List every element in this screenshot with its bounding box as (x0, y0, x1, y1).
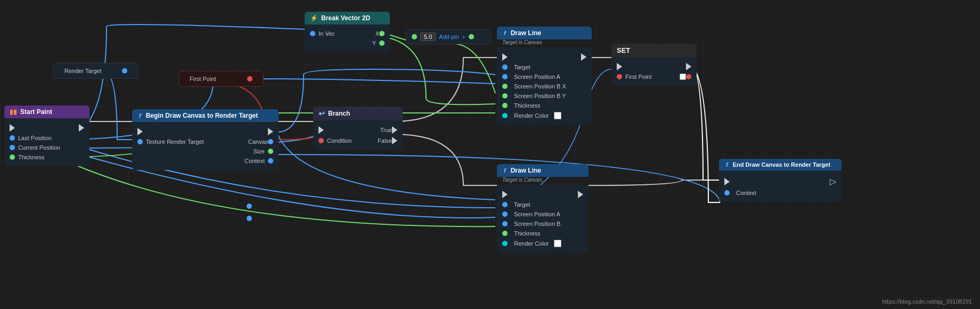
draw-line-bottom-node: f Draw Line Target is Canvas Target Scre… (497, 164, 589, 253)
end-draw-context-row: Context (719, 188, 842, 198)
func-icon-end: f (724, 161, 730, 168)
render-target-out-pin (122, 68, 127, 74)
dl-top-thick-pin (502, 103, 508, 108)
dl-bot-spb-pin (502, 221, 508, 226)
start-paint-header: ▮▮ Start Paint (4, 105, 89, 118)
draw-line-top-title: Draw Line (511, 29, 541, 37)
invec-label: In Vec (318, 30, 375, 37)
texture-pin (137, 139, 143, 144)
false-label: False (378, 137, 392, 144)
dl-bot-thick-row: Thickness (497, 229, 589, 238)
set-fp-in (617, 74, 622, 79)
branch-exec-row: True (313, 125, 403, 135)
start-paint-body: Last Position Current Position Thickness (4, 118, 89, 166)
break-vector-icon: ⚡ (310, 14, 318, 22)
true-label: True (380, 127, 392, 133)
break-vector-title: Break Vector 2D (321, 14, 370, 22)
url-label: https://blog.csdn.net/qq_39108291 (882, 298, 972, 305)
context-label: Context (244, 158, 265, 164)
thickness-label: Thickness (18, 154, 45, 160)
x-label: X (375, 30, 379, 37)
set-title: SET (617, 46, 630, 54)
set-exec-in (617, 63, 622, 70)
set-body: First Point (611, 57, 697, 86)
dl-top-spa-row: Screen Position A (497, 72, 592, 82)
render-target-node: Render Target (53, 63, 138, 79)
last-position-pin (10, 135, 15, 141)
first-point-label: First Point (190, 76, 216, 82)
end-draw-header: f End Draw Canvas to Render Target (719, 159, 842, 170)
start-paint-exec-row (4, 123, 89, 133)
start-paint-node: ▮▮ Start Paint Last Position Current Pos… (4, 105, 89, 166)
set-header: SET (611, 44, 697, 57)
begin-draw-exec-in (137, 128, 143, 135)
dl-bot-color-row: Render Color (497, 238, 589, 249)
dl-bot-spa-pin (502, 212, 508, 217)
event-icon: ▮▮ (10, 108, 17, 116)
current-position-label: Current Position (18, 144, 60, 151)
branch-exec-in (318, 126, 324, 134)
begin-draw-node: f Begin Draw Canvas to Render Target Tex… (132, 109, 279, 170)
draw-line-top-node: f Draw Line Target is Canvas Target Scre… (497, 27, 592, 125)
dl-bot-exec-in (502, 191, 508, 198)
draw-line-top-body: Target Screen Position A Screen Position… (497, 47, 592, 125)
thickness-pin (10, 154, 15, 160)
branch-icon: ↩ (318, 109, 325, 118)
dl-bot-target-row: Target (497, 200, 589, 209)
x-pin (379, 31, 385, 36)
first-point-out-pin (247, 76, 252, 82)
dl-top-target-pin (502, 64, 508, 70)
set-node: SET First Point (611, 44, 697, 86)
func-icon: f (137, 112, 143, 119)
dl-top-thick-label: Thickness (514, 102, 541, 109)
break-vector-node: ⚡ Break Vector 2D In Vec X Y (305, 12, 390, 52)
context-pin (268, 158, 273, 164)
set-fp-out (686, 74, 691, 79)
dl-top-exec-in (502, 53, 508, 61)
svg-point-0 (247, 204, 252, 209)
size-pin (268, 149, 273, 154)
dl-bot-thick-pin (502, 231, 508, 236)
draw-line-top-header: f Draw Line (497, 27, 592, 39)
set-exec-out (686, 63, 691, 70)
func-icon-top: f (502, 30, 508, 36)
begin-draw-size-row: Size (132, 147, 279, 156)
dl-top-spby-label: Screen Position B Y (514, 93, 566, 99)
y-label: Y (372, 40, 376, 46)
dl-bot-exec-out (578, 191, 583, 198)
add-pin-in (412, 34, 417, 39)
current-position-pin (10, 145, 15, 150)
draw-line-bottom-header: f Draw Line (497, 164, 589, 177)
dl-top-spby-row: Screen Position B Y (497, 91, 592, 101)
draw-line-bottom-subtitle: Target is Canvas (497, 177, 589, 185)
end-draw-exec-in (724, 178, 730, 185)
dl-bot-target-label: Target (514, 201, 530, 208)
branch-body: True Condition False (313, 120, 403, 150)
first-point-node: First Point (178, 71, 264, 87)
break-vector-invec-row: In Vec X (305, 29, 390, 38)
condition-label: Condition (327, 137, 378, 144)
texture-label: Texture Render Target (146, 139, 248, 145)
func-icon-bottom: f (502, 167, 508, 174)
dl-top-target-row: Target (497, 62, 592, 72)
break-vector-y-row: Y (305, 38, 390, 48)
begin-draw-context-row: Context (132, 156, 279, 166)
branch-condition-row: Condition False (313, 135, 403, 146)
dl-bot-spa-label: Screen Position A (514, 211, 560, 217)
end-draw-title: End Draw Canvas to Render Target (733, 161, 830, 168)
thickness-row: Thickness (4, 152, 89, 162)
svg-point-1 (247, 216, 252, 221)
condition-pin (318, 138, 324, 143)
branch-header: ↩ Branch (313, 107, 403, 120)
dl-bot-thick-label: Thickness (514, 230, 541, 237)
break-vector-header: ⚡ Break Vector 2D (305, 12, 390, 25)
dl-top-spbx-row: Screen Position B X (497, 82, 592, 91)
dl-top-spa-label: Screen Position A (514, 74, 560, 80)
dl-top-spa-pin (502, 74, 508, 79)
draw-line-bottom-body: Target Screen Position A Screen Position… (497, 185, 589, 253)
first-point-row: First Point (184, 74, 258, 84)
add-pin-label: Add pin (439, 34, 459, 40)
begin-draw-body: Texture Render Target Canvas Size Contex… (132, 122, 279, 170)
dl-bot-spb-row: Screen Position B (497, 219, 589, 229)
dl-top-color-swatch (554, 112, 561, 119)
